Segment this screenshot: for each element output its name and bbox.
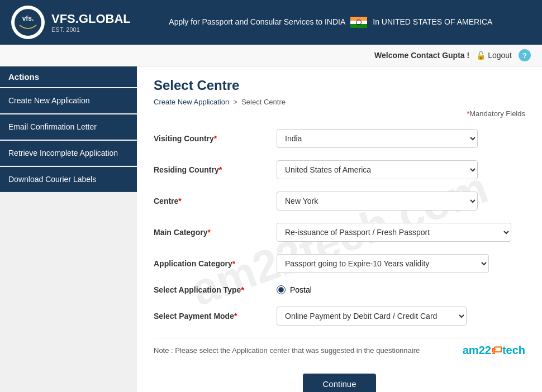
svg-text:vfs.: vfs. bbox=[22, 15, 34, 22]
sidebar-item-retrieve-incomplete[interactable]: Retrieve Incomplete Application bbox=[0, 141, 137, 166]
sidebar-item-email-confirmation[interactable]: Email Confirmation Letter bbox=[0, 114, 137, 140]
note-text: Note : Please select the Application cen… bbox=[154, 346, 420, 355]
logo: vfs. bbox=[11, 6, 45, 39]
am22-brand: am22🏷tech bbox=[463, 344, 525, 357]
india-flag bbox=[350, 17, 367, 28]
main-category-label: Main Category* bbox=[154, 228, 277, 237]
app-category-label: Application Category* bbox=[154, 259, 277, 268]
main-layout: Actions Create New Application Email Con… bbox=[0, 66, 542, 392]
note-row: Note : Please select the Application cen… bbox=[154, 338, 525, 362]
breadcrumb-link[interactable]: Create New Application bbox=[154, 98, 229, 106]
help-button[interactable]: ? bbox=[519, 49, 531, 61]
sidebar: Actions Create New Application Email Con… bbox=[0, 66, 137, 392]
sidebar-header: Actions bbox=[0, 66, 137, 87]
welcome-text: Welcome Contact Gupta ! bbox=[374, 51, 469, 60]
logout-button[interactable]: 🔓 Logout bbox=[476, 51, 512, 60]
logo-text: VFS.GLOBAL EST. 2001 bbox=[51, 12, 131, 33]
header-tagline: Apply for Passport and Consular Services… bbox=[131, 17, 531, 28]
main-category-row: Main Category* Re-issuance of Passport /… bbox=[154, 223, 525, 242]
app-type-radio-group: Postal bbox=[277, 285, 312, 294]
sidebar-item-create-new-application[interactable]: Create New Application bbox=[0, 88, 137, 113]
payment-mode-row: Select Payment Mode* Online Payment by D… bbox=[154, 307, 525, 326]
page-title: Select Centre bbox=[154, 78, 525, 93]
centre-select[interactable]: New York bbox=[277, 192, 478, 211]
app-category-row: Application Category* Passport going to … bbox=[154, 254, 525, 273]
centre-label: Centre* bbox=[154, 197, 277, 205]
centre-row: Centre* New York bbox=[154, 192, 525, 211]
breadcrumb-current: Select Centre bbox=[241, 98, 286, 106]
mandatory-note: *Mandatory Fields bbox=[154, 109, 525, 118]
postal-label: Postal bbox=[290, 285, 312, 294]
payment-mode-label: Select Payment Mode* bbox=[154, 312, 277, 321]
logout-icon: 🔓 bbox=[476, 51, 486, 60]
residing-country-row: Residing Country* United States of Ameri… bbox=[154, 160, 525, 179]
app-category-select[interactable]: Passport going to Expire-10 Years validi… bbox=[277, 254, 489, 273]
breadcrumb: Create New Application > Select Centre bbox=[154, 98, 525, 106]
app-type-label: Select Application Type* bbox=[154, 285, 277, 294]
visiting-country-row: Visiting Country* India bbox=[154, 129, 525, 148]
visiting-country-label: Visiting Country* bbox=[154, 134, 277, 143]
residing-country-label: Residing Country* bbox=[154, 165, 277, 174]
sidebar-item-download-courier[interactable]: Download Courier Labels bbox=[0, 167, 137, 192]
sub-header: Welcome Contact Gupta ! 🔓 Logout ? bbox=[0, 45, 542, 66]
main-category-select[interactable]: Re-issuance of Passport / Fresh Passport bbox=[277, 223, 511, 242]
header: vfs. VFS.GLOBAL EST. 2001 Apply for Pass… bbox=[0, 0, 542, 45]
app-type-row: Select Application Type* Postal bbox=[154, 285, 525, 294]
select-centre-form: Visiting Country* India Residing Country… bbox=[154, 129, 525, 392]
continue-button[interactable]: Continue bbox=[303, 374, 375, 392]
content-area: am22tech.com Select Centre Create New Ap… bbox=[137, 66, 542, 392]
residing-country-select[interactable]: United States of America bbox=[277, 160, 478, 179]
visiting-country-select[interactable]: India bbox=[277, 129, 478, 148]
payment-mode-select[interactable]: Online Payment by Debit Card / Credit Ca… bbox=[277, 307, 467, 326]
postal-radio[interactable] bbox=[277, 285, 286, 294]
svg-point-0 bbox=[15, 9, 41, 36]
